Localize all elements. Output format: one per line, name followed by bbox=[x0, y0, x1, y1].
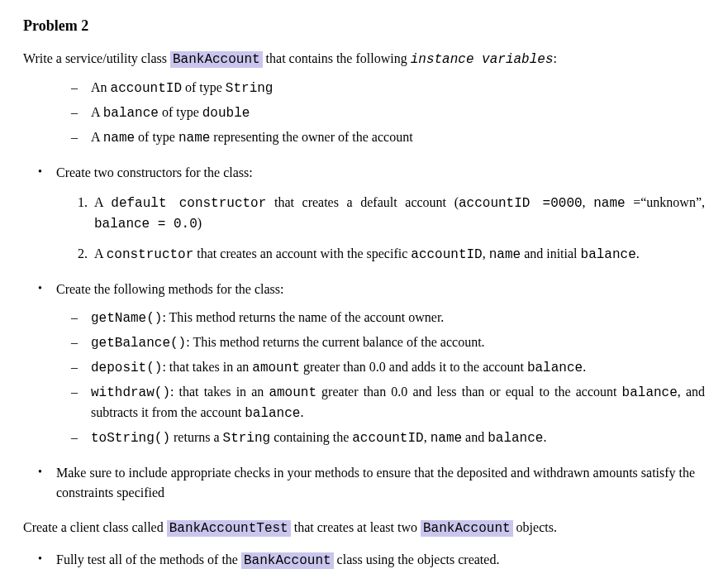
list-item: toString() returns a String containing t… bbox=[91, 428, 705, 448]
code-name: name bbox=[489, 247, 521, 262]
text: A bbox=[94, 246, 107, 261]
list-item: deposit(): that takes in an amount great… bbox=[91, 357, 705, 378]
text: : that takes in an bbox=[162, 360, 252, 374]
italic-instance-variables: instance variables bbox=[411, 52, 554, 67]
text: . bbox=[543, 430, 546, 444]
text: : This method returns the name of the ac… bbox=[162, 310, 444, 324]
code-withdraw: withdraw() bbox=[91, 385, 170, 400]
highlight-bankaccount: BankAccount bbox=[170, 51, 263, 68]
code-constructor: constructor bbox=[107, 247, 194, 262]
code-string: String bbox=[223, 431, 271, 446]
text: class using the objects created. bbox=[334, 552, 500, 566]
text: containing the bbox=[270, 430, 352, 444]
list-item: A name of type name representing the own… bbox=[91, 127, 705, 148]
list-item: getBalance(): This method returns the cu… bbox=[91, 332, 705, 353]
text: : This method returns the current balanc… bbox=[186, 335, 484, 349]
code-name: name bbox=[103, 131, 135, 146]
text: of type bbox=[135, 130, 178, 144]
code-double: double bbox=[202, 106, 250, 121]
text: Create the following methods for the cla… bbox=[56, 282, 283, 296]
text: objects. bbox=[513, 520, 557, 534]
intro-paragraph: Write a service/utility class BankAccoun… bbox=[23, 49, 705, 69]
text: Fully test all of the methods of the bbox=[56, 552, 241, 566]
text: Make sure to include appropriate checks … bbox=[56, 466, 695, 500]
bullet-constructors: Create two constructors for the class: A… bbox=[56, 163, 705, 265]
bullet-test: Fully test all of the methods of the Ban… bbox=[56, 550, 705, 571]
text: that creates at least two bbox=[291, 520, 421, 534]
highlight-bankaccount: BankAccount bbox=[421, 520, 513, 537]
constructor-section: Create two constructors for the class: A… bbox=[23, 163, 705, 503]
text: representing the owner of the account bbox=[210, 130, 412, 144]
text: : bbox=[554, 51, 557, 65]
text: that creates a default account ( bbox=[266, 195, 459, 209]
text: . bbox=[300, 405, 303, 419]
code-balance: balance bbox=[581, 247, 636, 262]
code-tostring: toString() bbox=[91, 431, 170, 446]
final-bullet-list: Fully test all of the methods of the Ban… bbox=[23, 550, 705, 571]
text: Write a service/utility class bbox=[23, 51, 170, 65]
code-balance-default: balance = 0.0 bbox=[94, 217, 197, 232]
text: =“unknown”, bbox=[626, 195, 705, 209]
list-item: A balance of type double bbox=[91, 103, 705, 123]
text: returns a bbox=[170, 430, 223, 444]
text: of type bbox=[159, 105, 202, 119]
text: , bbox=[583, 195, 594, 209]
code-amount: amount bbox=[269, 385, 316, 400]
text: greater than 0.0 and less than or equal … bbox=[316, 385, 622, 399]
text: that contains the following bbox=[263, 51, 411, 65]
code-accountid: accountID bbox=[411, 247, 482, 262]
code-accountid: accountID bbox=[111, 81, 182, 96]
code-name-default: name bbox=[593, 196, 625, 211]
code-balance: balance bbox=[622, 385, 678, 400]
code-deposit: deposit() bbox=[91, 361, 162, 375]
code-name: name bbox=[431, 431, 462, 446]
list-item: A constructor that creates an account wi… bbox=[91, 244, 705, 265]
problem-title: Problem 2 bbox=[23, 15, 705, 37]
bullet-methods: Create the following methods for the cla… bbox=[56, 280, 705, 448]
closing-paragraph: Create a client class called BankAccount… bbox=[23, 518, 705, 538]
text: Create a client class called bbox=[23, 520, 167, 534]
method-list: getName(): This method returns the name … bbox=[56, 308, 705, 448]
text: and bbox=[462, 430, 488, 444]
text: greater than 0.0 and adds it to the acco… bbox=[300, 360, 527, 374]
code-accountid-default: accountID =0000 bbox=[459, 196, 583, 211]
code-balance: balance bbox=[245, 406, 300, 421]
code-getbalance: getBalance() bbox=[91, 336, 186, 351]
code-balance: balance bbox=[527, 361, 583, 375]
code-getname: getName() bbox=[91, 311, 162, 326]
text: ) bbox=[197, 216, 202, 230]
code-balance: balance bbox=[488, 431, 543, 446]
code-string: String bbox=[226, 81, 274, 96]
bullet-checks: Make sure to include appropriate checks … bbox=[56, 463, 705, 503]
code-name-type: name bbox=[178, 131, 210, 146]
text: of type bbox=[182, 80, 226, 94]
instance-variable-list: An accountID of type String A balance of… bbox=[23, 78, 705, 148]
text: . bbox=[636, 246, 640, 261]
text: An bbox=[91, 80, 111, 94]
code-accountid: accountID bbox=[352, 431, 423, 446]
code-amount: amount bbox=[252, 361, 300, 375]
text: , bbox=[424, 430, 431, 444]
text: : that takes in an bbox=[170, 385, 269, 399]
text: A bbox=[91, 130, 103, 144]
list-item: withdraw(): that takes in an amount grea… bbox=[91, 382, 705, 423]
code-default-constructor: default constructor bbox=[111, 196, 266, 211]
list-item: An accountID of type String bbox=[91, 78, 705, 98]
text: A bbox=[91, 105, 103, 119]
text: A bbox=[94, 195, 111, 209]
list-item: A default constructor that creates a def… bbox=[91, 193, 705, 234]
text: and initial bbox=[521, 246, 580, 261]
text: . bbox=[583, 360, 586, 374]
list-item: getName(): This method returns the name … bbox=[91, 308, 705, 328]
highlight-bankaccounttest: BankAccountTest bbox=[167, 520, 291, 537]
text: , bbox=[483, 246, 489, 261]
text: that creates an account with the specifi… bbox=[193, 246, 411, 261]
constructor-list: A default constructor that creates a def… bbox=[56, 193, 705, 265]
code-balance: balance bbox=[103, 106, 159, 121]
highlight-bankaccount: BankAccount bbox=[241, 552, 334, 569]
text: Create two constructors for the class: bbox=[56, 165, 253, 179]
